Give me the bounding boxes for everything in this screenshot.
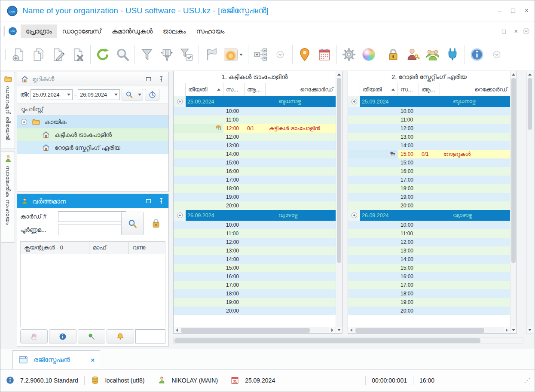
scroll-left-icon[interactable] <box>174 327 180 334</box>
workspace-vscrollbar[interactable] <box>526 71 533 334</box>
schedule-row[interactable]: 11:00 <box>348 229 510 238</box>
record-column-header[interactable]: റെക്കോർഡ് <box>266 83 336 96</box>
side-tab-directories[interactable]: ഡയറക്ടറി തിരയൽ <box>1 72 15 149</box>
plugin-button[interactable] <box>443 43 462 66</box>
map-pin-button[interactable] <box>295 43 315 66</box>
clients-count-column[interactable]: ക്ലയന്റുകൾ - 0 <box>21 242 89 254</box>
toolbar-overflow-button[interactable] <box>270 43 290 66</box>
schedule-group-row[interactable]: 26.09.2024വ്യാഴാഴ്ച <box>348 210 510 221</box>
schedule-vscrollbar[interactable] <box>336 71 342 333</box>
mdi-restore-button[interactable]: □ <box>502 28 505 35</box>
scroll-thumb[interactable] <box>337 78 341 263</box>
schedule-row[interactable]: 15:00 <box>348 264 510 272</box>
schedule-row[interactable]: 15:00 <box>174 264 336 272</box>
schedule-row[interactable]: 17:00 <box>174 281 336 289</box>
scroll-down-icon[interactable] <box>511 327 517 333</box>
full-name-input[interactable] <box>58 225 126 235</box>
resize-grip-icon[interactable]: ⋰ <box>524 377 529 384</box>
rooms-clock-button[interactable] <box>145 89 159 100</box>
schedule-row[interactable]: 19:00 <box>348 298 510 307</box>
edit-record-button[interactable] <box>49 43 68 66</box>
count-column-header[interactable]: ആ... <box>419 83 440 96</box>
user-permissions-button[interactable] <box>403 43 423 66</box>
maximize-panel-icon[interactable] <box>146 77 151 81</box>
settings-button[interactable] <box>339 43 359 66</box>
card-number-input[interactable] <box>58 211 126 222</box>
filter-button[interactable] <box>137 43 157 66</box>
schedule-row[interactable]: 19:00 <box>174 298 336 307</box>
bell-button[interactable] <box>107 329 134 343</box>
pin-note-button[interactable] <box>78 329 105 343</box>
schedule-row[interactable]: 14:00 <box>348 255 510 264</box>
schedule-row[interactable]: 13:00 <box>348 133 510 141</box>
maximize-panel-icon[interactable] <box>146 199 151 203</box>
schedule-row[interactable]: 20:00 <box>174 307 336 315</box>
schedule-row[interactable]: 16:00 <box>174 167 336 176</box>
schedule-row[interactable]: 15:00 <box>174 158 336 167</box>
schedule-group-row[interactable]: 26.09.2024വ്യാഴാഴ്ച <box>174 210 336 221</box>
hand-button[interactable] <box>20 329 48 343</box>
tab-close-button[interactable]: × <box>91 356 95 364</box>
schedule-row[interactable]: 15:00 <box>348 158 510 167</box>
scroll-up-icon[interactable] <box>511 71 517 78</box>
flag-button[interactable] <box>201 43 221 66</box>
toolbar-drag-grip[interactable] <box>4 49 6 60</box>
scroll-left-icon[interactable] <box>348 327 355 334</box>
message-input[interactable] <box>135 329 165 343</box>
schedule-row[interactable]: 14:00 <box>174 255 336 264</box>
scroll-up-icon[interactable] <box>336 71 342 78</box>
client-search-button[interactable] <box>121 212 144 235</box>
tree-item-3[interactable]: റോളർ സ്കേറ്റിംഗ് ഏരിയ <box>17 141 168 154</box>
schedule-row[interactable]: 13:00 <box>174 141 336 150</box>
schedule-row[interactable]: 19:00 <box>348 193 510 201</box>
close-button[interactable]: × <box>525 7 529 14</box>
schedule-row[interactable]: 12:00 <box>174 238 336 246</box>
scroll-thumb[interactable] <box>528 78 532 130</box>
schedule-row[interactable]: 14:00 <box>174 150 336 158</box>
tab-registration[interactable]: രജിസ്ട്രേഷൻ × <box>12 350 100 369</box>
schedule-row[interactable]: 11:00 <box>348 115 510 124</box>
schedule-row[interactable]: 10:00 <box>174 107 336 115</box>
search-icon[interactable] <box>122 89 136 100</box>
schedule-row[interactable]: 11:00 <box>174 115 336 124</box>
schedule-row[interactable]: 12:00 <box>348 124 510 133</box>
delete-record-button[interactable] <box>68 43 88 66</box>
schedule-hscrollbar[interactable] <box>348 327 510 333</box>
dropdown-arrow-icon[interactable] <box>239 54 243 56</box>
schedule-vscrollbar[interactable] <box>510 71 517 333</box>
maximize-button[interactable]: □ <box>511 7 515 14</box>
schedule-row[interactable]: 20:00 <box>348 307 510 315</box>
toolbar-overflow-button[interactable] <box>487 43 507 66</box>
schedule-row[interactable]: 18:00 <box>174 184 336 193</box>
minimize-button[interactable]: – <box>498 7 501 14</box>
scroll-up-icon[interactable] <box>527 71 533 78</box>
menu-overflow-icon[interactable] <box>522 27 530 35</box>
image-preview-button[interactable] <box>221 43 246 66</box>
group-expand-icon[interactable] <box>174 210 186 221</box>
search-dropdown[interactable] <box>136 89 143 100</box>
menu-item-3[interactable]: കമാൻഡുകൾ <box>107 24 158 38</box>
menu-item-4[interactable]: ജാലകം <box>158 24 191 38</box>
filter-columns-button[interactable] <box>157 43 177 66</box>
menu-item-5[interactable]: സഹായം <box>191 24 230 38</box>
schedule-row[interactable]: 13:00 <box>174 246 336 255</box>
schedule-row[interactable]: 13:00 <box>348 246 510 255</box>
search-button[interactable] <box>113 43 132 66</box>
date-to-combobox[interactable]: 26.09.2024 <box>78 89 120 100</box>
date-column-header[interactable]: തീയതി <box>360 83 398 96</box>
schedule-row[interactable]: 17:00 <box>348 281 510 289</box>
schedule-row[interactable]: 14:00 <box>348 141 510 150</box>
scroll-right-icon[interactable] <box>504 327 510 334</box>
match-column[interactable]: മാഫ് <box>89 242 129 254</box>
schedule-row[interactable]: 16:00 <box>348 272 510 281</box>
schedule-row[interactable]: 16:00 <box>348 167 510 176</box>
room-list-header[interactable]: റൂം ലിസ്റ്റ് <box>17 103 168 115</box>
scroll-right-icon[interactable] <box>329 327 336 334</box>
schedule-row[interactable]: 10:00 <box>348 107 510 115</box>
clients-table-body[interactable] <box>21 254 165 327</box>
scroll-thumb[interactable] <box>511 78 516 263</box>
time-column-header[interactable]: സ... <box>398 83 419 96</box>
schedule-row[interactable]: 10:00 <box>348 221 510 229</box>
schedule-row[interactable]: 10:00 <box>174 221 336 229</box>
schedule-row[interactable]: 12:00 <box>174 133 336 141</box>
